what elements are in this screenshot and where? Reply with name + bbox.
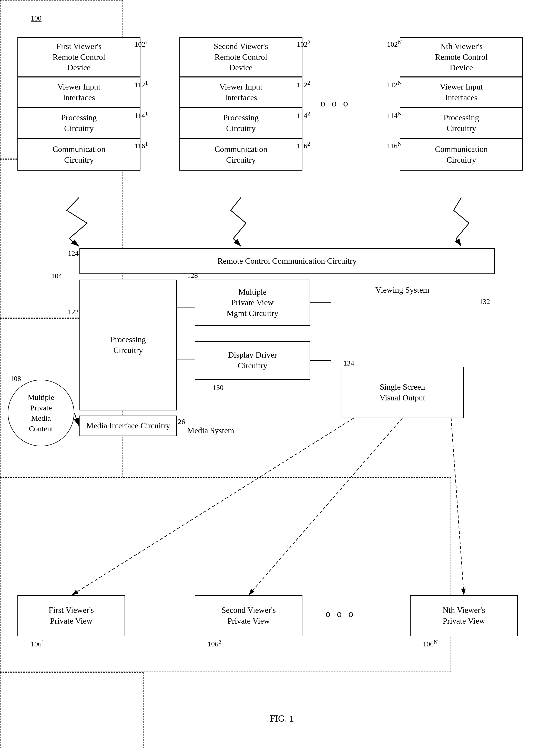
media-content-label: MultiplePrivateMediaContent: [28, 392, 54, 434]
dots-views: o o o: [325, 608, 355, 619]
deviceN-title: Nth Viewer'sRemote ControlDevice: [435, 41, 487, 73]
device1-comm-box: CommunicationCircuitry: [18, 139, 141, 170]
ref-128: 128: [187, 272, 198, 280]
device1-title-box: First Viewer'sRemote ControlDevice: [18, 37, 141, 77]
ref-116-2: 1162: [297, 141, 310, 150]
ref-102-1: 1021: [135, 39, 148, 48]
rc-comm-box: Remote Control Communication Circuitry: [79, 248, 495, 274]
deviceN-comm-box: CommunicationCircuitry: [400, 139, 523, 170]
ref-116-N: 116N: [387, 141, 401, 150]
device1-viewer-input-box: Viewer InputInterfaces: [18, 77, 141, 108]
diagram-container: 100 First Viewer'sRemote ControlDevice 1…: [0, 0, 560, 748]
device1-processing-box: ProcessingCircuitry: [18, 108, 141, 139]
private-view-2-label: Second Viewer'sPrivate View: [221, 605, 276, 626]
deviceN-title-box: Nth Viewer'sRemote ControlDevice: [400, 37, 523, 77]
viewing-system-label: Viewing System: [331, 282, 474, 298]
device1-comm-label: CommunicationCircuitry: [52, 144, 105, 165]
ref-114-N: 114N: [387, 110, 401, 120]
ref-112-N: 112N: [387, 79, 401, 89]
ref-132: 132: [479, 298, 490, 306]
ref-122: 122: [68, 308, 79, 316]
ref-104: 104: [51, 272, 62, 280]
dots-devices: o o o: [320, 97, 350, 109]
device2-title-box: Second Viewer'sRemote ControlDevice: [179, 37, 302, 77]
ref-112-1: 1121: [135, 79, 148, 89]
ref-124: 124: [68, 249, 79, 258]
ref-108: 108: [10, 375, 21, 383]
media-system-outer-box: [0, 477, 451, 672]
ref-114-2: 1142: [297, 110, 310, 120]
single-screen-label: Single ScreenVisual Output: [380, 382, 425, 403]
media-interface-box: Media Interface Circuitry: [79, 416, 177, 436]
svg-line-10: [451, 418, 464, 595]
media-interface-label: Media Interface Circuitry: [87, 420, 170, 431]
single-screen-box: Single ScreenVisual Output: [341, 367, 464, 418]
deviceN-processing-box: ProcessingCircuitry: [400, 108, 523, 139]
ref-106-1: 1061: [31, 639, 44, 648]
display-driver-box: Display DriverCircuitry: [195, 341, 310, 380]
deviceN-comm-label: CommunicationCircuitry: [435, 144, 488, 165]
mpv-mgmt-box: MultiplePrivate ViewMgmt Circuitry: [195, 280, 310, 326]
ref-114-1: 1141: [135, 110, 148, 120]
device2-processing-box: ProcessingCircuitry: [179, 108, 302, 139]
private-view-1-box: First Viewer'sPrivate View: [18, 595, 125, 636]
ref-130: 130: [213, 383, 223, 392]
ref-102-2: 1022: [297, 39, 310, 48]
device1-title: First Viewer'sRemote ControlDevice: [52, 41, 105, 73]
device2-title: Second Viewer'sRemote ControlDevice: [214, 41, 268, 73]
ref-106-2: 1062: [208, 639, 221, 648]
ref-106-N: 106N: [423, 639, 438, 648]
deviceN-processing-label: ProcessingCircuitry: [444, 112, 479, 134]
device2-viewer-input-box: Viewer InputInterfaces: [179, 77, 302, 108]
deviceN-viewer-input-label: Viewer InputInterfaces: [440, 81, 483, 103]
device1-viewer-input-label: Viewer InputInterfaces: [57, 81, 100, 103]
fig-title: FIG. 1: [243, 713, 320, 724]
media-processing-box: ProcessingCircuitry: [79, 280, 177, 411]
media-content-circle: MultiplePrivateMediaContent: [8, 380, 74, 446]
viewing-system-box: [0, 672, 144, 748]
private-view-1-label: First Viewer'sPrivate View: [49, 605, 94, 626]
device2-viewer-input-label: Viewer InputInterfaces: [219, 81, 263, 103]
ref-102-N: 102N: [387, 39, 402, 48]
private-view-2-box: Second Viewer'sPrivate View: [195, 595, 302, 636]
device2-comm-label: CommunicationCircuitry: [215, 144, 267, 165]
device2-processing-label: ProcessingCircuitry: [223, 112, 259, 134]
rc-comm-label: Remote Control Communication Circuitry: [217, 256, 357, 266]
ref-126: 126: [174, 418, 185, 426]
ref-100: 100: [31, 14, 42, 22]
device1-processing-label: ProcessingCircuitry: [61, 112, 97, 134]
device2-comm-box: CommunicationCircuitry: [179, 139, 302, 170]
media-processing-label: ProcessingCircuitry: [111, 334, 146, 355]
private-view-N-box: Nth Viewer'sPrivate View: [410, 595, 518, 636]
ref-112-2: 1122: [297, 79, 310, 89]
private-view-N-label: Nth Viewer'sPrivate View: [443, 605, 485, 626]
ref-134: 134: [343, 359, 354, 367]
mpv-mgmt-label: MultiplePrivate ViewMgmt Circuitry: [226, 287, 278, 319]
ref-116-1: 1161: [135, 141, 148, 150]
display-driver-label: Display DriverCircuitry: [228, 350, 277, 371]
deviceN-viewer-input-box: Viewer InputInterfaces: [400, 77, 523, 108]
media-system-label: Media System: [187, 426, 234, 435]
